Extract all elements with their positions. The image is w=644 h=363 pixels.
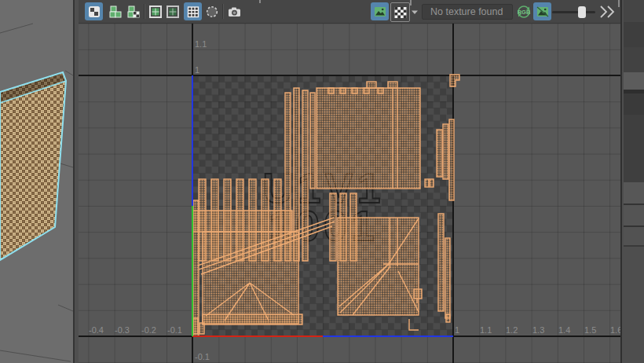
checker-tiles-button[interactable] (124, 2, 142, 20)
maya-uv-editor-window: No texture found RGB (0, 0, 644, 363)
uv-canvas[interactable]: U1V1 1001 (79, 24, 620, 363)
side-panel-segment (624, 0, 644, 22)
toolbar-separator (144, 4, 145, 19)
dim-image-button[interactable] (533, 2, 551, 20)
expand-arrows-icon (598, 4, 617, 20)
checker-display-icon (393, 6, 408, 20)
panel-divider[interactable] (73, 0, 79, 363)
u-axis-label: 1.1 (480, 325, 492, 335)
u-axis-label: 1.3 (532, 325, 544, 335)
layout-blocks-button[interactable] (85, 2, 103, 20)
toolbar-separator (222, 4, 224, 19)
svg-text:RGB: RGB (517, 9, 530, 16)
3d-viewport[interactable] (0, 0, 73, 363)
texture-dropdown-caret-icon (411, 5, 419, 19)
side-panel-segment (624, 47, 644, 72)
clipped-ui-tick (618, 0, 620, 7)
side-panel-segment (624, 115, 644, 182)
side-panel-header[interactable] (624, 205, 644, 227)
image-dim-icon (536, 5, 550, 19)
framed-grid-icon (148, 5, 163, 19)
side-panel-header[interactable] (624, 227, 644, 247)
dashed-circle-icon (205, 5, 219, 19)
u-axis-label: -0.1 (167, 325, 182, 335)
u-axis-label: 1 (455, 325, 459, 335)
rgb-channels-button[interactable]: RGB (514, 2, 532, 20)
v-axis-label: 1.1 (195, 39, 207, 49)
texture-dropdown[interactable] (410, 2, 419, 20)
uv-snapshot-camera-icon (227, 5, 242, 19)
side-panel-segment (624, 22, 644, 47)
u-axis-label: -0.3 (115, 325, 130, 335)
image-display-icon (373, 5, 387, 19)
checker-tiles-icon (126, 5, 141, 19)
display-image-button[interactable] (371, 2, 389, 20)
texture-status-text: No texture found (423, 5, 512, 19)
3d-scene (0, 0, 73, 363)
side-panel-segment (624, 94, 644, 115)
v-axis-label: 1 (195, 65, 199, 75)
pixel-grid-icon (186, 5, 200, 19)
u-axis-label: 1.5 (584, 325, 596, 335)
framed-grid-dim-button[interactable] (163, 2, 181, 20)
uv-editor-panel: No texture found RGB (79, 0, 620, 363)
layout-blocks-icon (87, 5, 101, 19)
image-brightness-slider-handle[interactable] (578, 6, 586, 18)
u-axis-label: -0.2 (141, 325, 156, 335)
display-checker-button[interactable] (390, 2, 410, 22)
framed-grid-dim-icon (166, 5, 180, 19)
uv-snapshot-button[interactable] (225, 2, 243, 20)
green-tiles-icon (108, 5, 123, 19)
framed-grid-button[interactable] (146, 2, 164, 20)
u-axis-label: 1.6 (610, 325, 620, 335)
selected-textured-plane[interactable] (0, 72, 66, 260)
v-axis-label: -0.1 (195, 352, 210, 361)
u-axis-label: -0.4 (89, 325, 104, 335)
u-axis-label: 1.4 (558, 325, 570, 335)
rgb-channels-icon: RGB (515, 3, 532, 20)
right-side-panel (620, 0, 644, 363)
uv-toolbar: No texture found RGB (79, 0, 620, 24)
uv-overlay: U1V1 1001 (79, 24, 620, 363)
expand-toolbar-button[interactable] (598, 2, 617, 20)
shade-circle-button[interactable] (203, 2, 221, 20)
pixel-grid-button[interactable] (184, 2, 202, 20)
side-panel-header[interactable] (624, 182, 644, 205)
texture-name-field[interactable]: No texture found (422, 4, 513, 20)
clipped-ui-tick (259, 0, 261, 3)
u-axis-label: 1.2 (506, 325, 518, 335)
green-tiles-button[interactable] (106, 2, 124, 20)
image-brightness-slider-track[interactable] (552, 11, 595, 13)
side-panel-header[interactable] (624, 72, 644, 90)
